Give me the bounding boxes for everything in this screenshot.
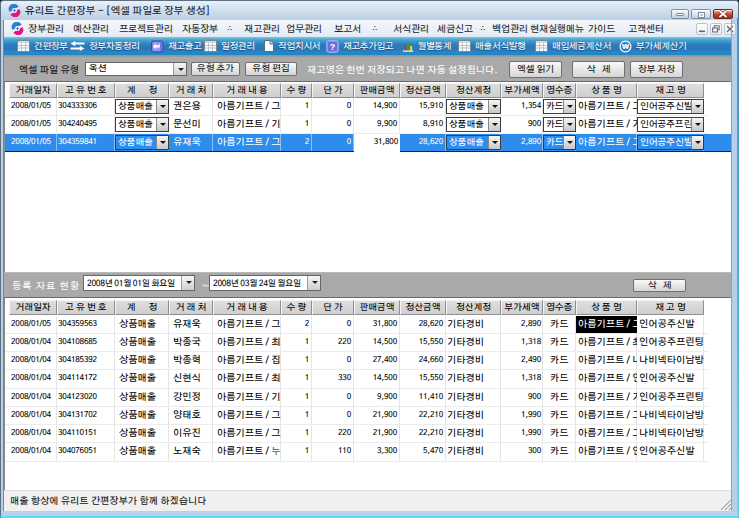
- svg-text:?: ?: [330, 41, 336, 51]
- svg-text:W: W: [622, 42, 630, 51]
